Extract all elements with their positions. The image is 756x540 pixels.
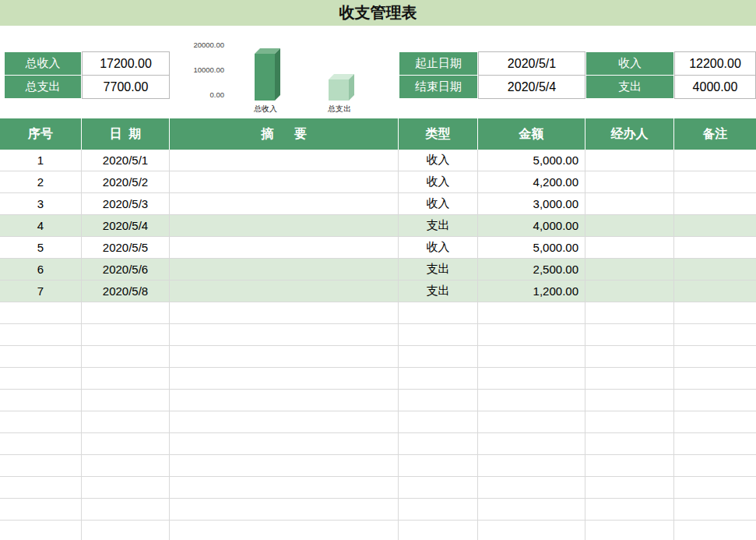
summary-cell[interactable] — [170, 411, 399, 433]
note-cell[interactable] — [674, 193, 756, 215]
header-seq[interactable]: 序号 — [0, 118, 82, 150]
period-expense-value-cell[interactable]: 4000.00 — [674, 75, 756, 99]
type-cell[interactable] — [399, 455, 478, 477]
type-cell[interactable] — [399, 390, 478, 411]
summary-cell[interactable] — [170, 259, 399, 281]
handler-cell[interactable] — [585, 215, 674, 237]
date-cell[interactable] — [82, 477, 170, 499]
summary-cell[interactable] — [170, 193, 399, 215]
period-expense-label-cell[interactable]: 支出 — [585, 75, 674, 99]
amount-cell[interactable] — [478, 455, 585, 477]
seq-cell[interactable] — [0, 433, 82, 455]
type-cell[interactable]: 支出 — [399, 281, 478, 302]
type-cell[interactable] — [399, 477, 478, 499]
date-cell[interactable] — [82, 302, 170, 324]
header-type[interactable]: 类型 — [399, 118, 478, 150]
note-cell[interactable] — [674, 324, 756, 346]
date-cell[interactable]: 2020/5/3 — [82, 193, 170, 215]
type-cell[interactable] — [399, 521, 478, 540]
note-cell[interactable] — [674, 390, 756, 411]
summary-cell[interactable] — [170, 521, 399, 540]
date-cell[interactable]: 2020/5/1 — [82, 150, 170, 171]
type-cell[interactable]: 收入 — [399, 237, 478, 259]
note-cell[interactable] — [674, 433, 756, 455]
seq-cell[interactable] — [0, 477, 82, 499]
type-cell[interactable]: 支出 — [399, 259, 478, 281]
handler-cell[interactable] — [585, 324, 674, 346]
note-cell[interactable] — [674, 411, 756, 433]
seq-cell[interactable] — [0, 521, 82, 540]
period-income-label-cell[interactable]: 收入 — [585, 51, 674, 76]
date-cell[interactable]: 2020/5/4 — [82, 215, 170, 237]
seq-cell[interactable]: 4 — [0, 215, 82, 237]
summary-cell[interactable] — [170, 433, 399, 455]
seq-cell[interactable] — [0, 302, 82, 324]
total-expense-value-cell[interactable]: 7700.00 — [82, 75, 170, 99]
amount-cell[interactable] — [478, 499, 585, 521]
amount-cell[interactable] — [478, 390, 585, 411]
handler-cell[interactable] — [585, 477, 674, 499]
summary-cell[interactable] — [170, 237, 399, 259]
header-summary[interactable]: 摘 要 — [170, 118, 399, 150]
amount-cell[interactable]: 2,500.00 — [478, 259, 585, 281]
seq-cell[interactable] — [0, 455, 82, 477]
handler-cell[interactable] — [585, 150, 674, 171]
note-cell[interactable] — [674, 477, 756, 499]
type-cell[interactable] — [399, 499, 478, 521]
type-cell[interactable] — [399, 433, 478, 455]
summary-cell[interactable] — [170, 150, 399, 171]
handler-cell[interactable] — [585, 499, 674, 521]
end-date-value-cell[interactable]: 2020/5/4 — [478, 75, 585, 99]
handler-cell[interactable] — [585, 368, 674, 390]
seq-cell[interactable] — [0, 346, 82, 368]
date-cell[interactable] — [82, 346, 170, 368]
type-cell[interactable] — [399, 411, 478, 433]
amount-cell[interactable]: 5,000.00 — [478, 237, 585, 259]
seq-cell[interactable] — [0, 411, 82, 433]
date-cell[interactable] — [82, 368, 170, 390]
seq-cell[interactable] — [0, 390, 82, 411]
seq-cell[interactable]: 3 — [0, 193, 82, 215]
note-cell[interactable] — [674, 171, 756, 193]
handler-cell[interactable] — [585, 171, 674, 193]
seq-cell[interactable] — [0, 368, 82, 390]
note-cell[interactable] — [674, 237, 756, 259]
start-date-label-cell[interactable]: 起止日期 — [399, 51, 478, 76]
summary-cell[interactable] — [170, 324, 399, 346]
date-cell[interactable]: 2020/5/6 — [82, 259, 170, 281]
bar-chart[interactable]: 20000.00 10000.00 0.00 总收入 总支出 — [178, 36, 372, 117]
summary-cell[interactable] — [170, 215, 399, 237]
date-cell[interactable] — [82, 455, 170, 477]
handler-cell[interactable] — [585, 521, 674, 540]
type-cell[interactable] — [399, 368, 478, 390]
header-handler[interactable]: 经办人 — [585, 118, 674, 150]
amount-cell[interactable] — [478, 521, 585, 540]
handler-cell[interactable] — [585, 411, 674, 433]
type-cell[interactable]: 收入 — [399, 150, 478, 171]
summary-cell[interactable] — [170, 368, 399, 390]
note-cell[interactable] — [674, 150, 756, 171]
amount-cell[interactable] — [478, 346, 585, 368]
date-cell[interactable] — [82, 411, 170, 433]
summary-cell[interactable] — [170, 477, 399, 499]
start-date-value-cell[interactable]: 2020/5/1 — [478, 51, 585, 76]
type-cell[interactable] — [399, 346, 478, 368]
amount-cell[interactable] — [478, 433, 585, 455]
header-date[interactable]: 日 期 — [82, 118, 170, 150]
total-income-label-cell[interactable]: 总收入 — [4, 51, 82, 76]
summary-cell[interactable] — [170, 390, 399, 411]
seq-cell[interactable]: 6 — [0, 259, 82, 281]
end-date-label-cell[interactable]: 结束日期 — [399, 75, 478, 99]
amount-cell[interactable]: 4,200.00 — [478, 171, 585, 193]
summary-cell[interactable] — [170, 302, 399, 324]
handler-cell[interactable] — [585, 237, 674, 259]
period-income-value-cell[interactable]: 12200.00 — [674, 51, 756, 76]
type-cell[interactable]: 收入 — [399, 171, 478, 193]
handler-cell[interactable] — [585, 281, 674, 302]
handler-cell[interactable] — [585, 433, 674, 455]
amount-cell[interactable] — [478, 411, 585, 433]
note-cell[interactable] — [674, 346, 756, 368]
amount-cell[interactable] — [478, 324, 585, 346]
seq-cell[interactable] — [0, 324, 82, 346]
note-cell[interactable] — [674, 215, 756, 237]
